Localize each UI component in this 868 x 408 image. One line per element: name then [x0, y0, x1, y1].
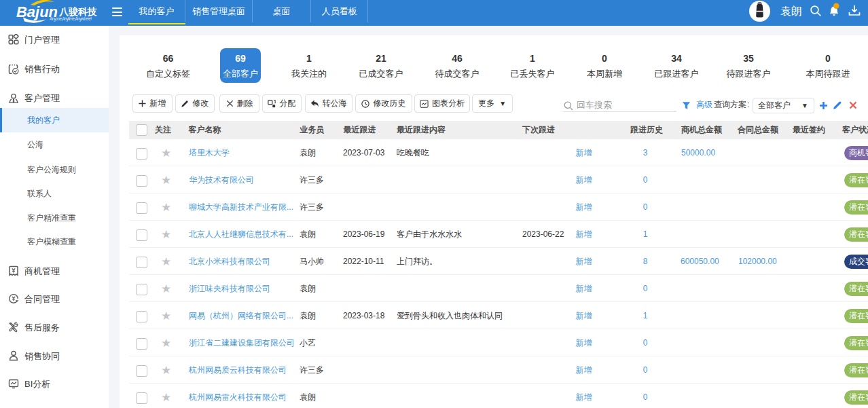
svg-text:Anyone,Anytime,Anywhere!: Anyone,Anytime,Anywhere!	[50, 16, 92, 22]
